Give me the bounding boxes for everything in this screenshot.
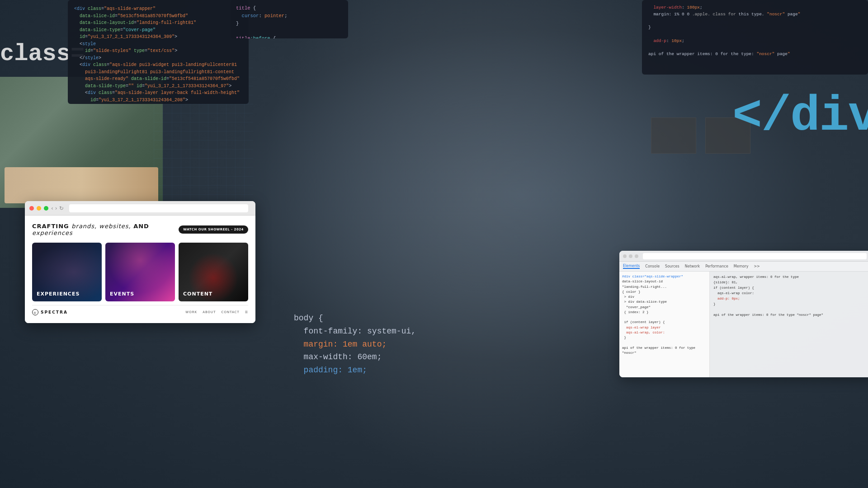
- css-code-bottom: body { font-family: system-ui, margin: 1…: [294, 312, 484, 402]
- website-headline: CRAFTING brands, websites, AND experienc…: [32, 223, 248, 236]
- logo-text: SPECTRA: [41, 310, 68, 314]
- devtools-tab-elements[interactable]: Elements: [623, 264, 640, 269]
- devtools-tab-more[interactable]: >>: [754, 264, 760, 268]
- code-panel-topleft: <div class="aqs-slide-wrapper" data-slic…: [68, 0, 249, 104]
- big-div-text: </div: [732, 88, 868, 145]
- devtools-dot-3: [635, 254, 638, 258]
- website-content: CRAFTING brands, websites, AND experienc…: [25, 216, 255, 323]
- devtools-titlebar: [619, 251, 868, 262]
- devtools-tab-network[interactable]: Network: [685, 264, 700, 268]
- website-mockup-panel: ‹›↻ CRAFTING brands, websites, AND exper…: [25, 201, 255, 323]
- card-experiences[interactable]: EXPERIENCES: [32, 243, 102, 301]
- website-nav: WORK ABOUT CONTACT ☰: [185, 310, 248, 314]
- logo-icon: ◎: [32, 309, 38, 315]
- nav-work[interactable]: WORK: [185, 310, 197, 314]
- devtools-body: #div class="aqs-slide-wrapper" data-slic…: [619, 272, 868, 377]
- card-content[interactable]: CONTENT: [179, 243, 248, 301]
- headline-text: CRAFTING brands, websites, AND experienc…: [32, 223, 179, 236]
- devtools-dot-1: [623, 254, 627, 258]
- browser-arrows: ‹›↻: [51, 205, 64, 211]
- card-content-label: CONTENT: [183, 291, 212, 297]
- website-logo: ◎ SPECTRA: [32, 309, 68, 315]
- devtools-tab-console[interactable]: Console: [645, 264, 660, 268]
- showreel-button[interactable]: WATCH OUR SHOWREEL - 2024: [179, 225, 248, 234]
- devtools-urlbar: [643, 253, 867, 259]
- wall-frame-1: [651, 117, 696, 154]
- nav-contact[interactable]: CONTACT: [222, 310, 240, 314]
- nav-about[interactable]: ABOUT: [203, 310, 216, 314]
- devtools-tab-memory[interactable]: Memory: [734, 264, 749, 268]
- website-footer: ◎ SPECTRA WORK ABOUT CONTACT ☰: [32, 305, 248, 315]
- code-panel-topright: layer-width: 100px; margin: 1% 0 0 .appl…: [642, 0, 868, 75]
- browser-close-dot: [29, 206, 34, 211]
- devtools-tabs: Elements Console Sources Network Perform…: [619, 262, 868, 272]
- devtools-right-panel: aqs-al-wrap, wrapper items: 0 for the ty…: [710, 272, 868, 377]
- devtools-tab-performance[interactable]: Performance: [705, 264, 728, 268]
- browser-minimize-dot: [37, 206, 41, 211]
- card-experiences-label: EXPERIENCES: [37, 291, 80, 297]
- nav-menu[interactable]: ☰: [245, 310, 248, 314]
- devtools-dot-2: [629, 254, 632, 258]
- devtools-panel: Elements Console Sources Network Perform…: [619, 251, 868, 377]
- person-silhouette: [260, 0, 694, 488]
- devtools-left-panel: #div class="aqs-slide-wrapper" data-slic…: [619, 272, 710, 377]
- card-events[interactable]: EVENTS: [105, 243, 175, 301]
- devtools-tab-sources[interactable]: Sources: [665, 264, 679, 268]
- website-cards: EXPERIENCES EVENTS CONTENT: [32, 243, 248, 301]
- browser-maximize-dot: [44, 206, 48, 211]
- code-panel-topcenter: title { cursor: pointer; } title:before …: [231, 0, 348, 38]
- browser-url-bar: [69, 204, 248, 212]
- browser-bar: ‹›↻: [25, 201, 255, 216]
- card-events-label: EVENTS: [110, 291, 134, 297]
